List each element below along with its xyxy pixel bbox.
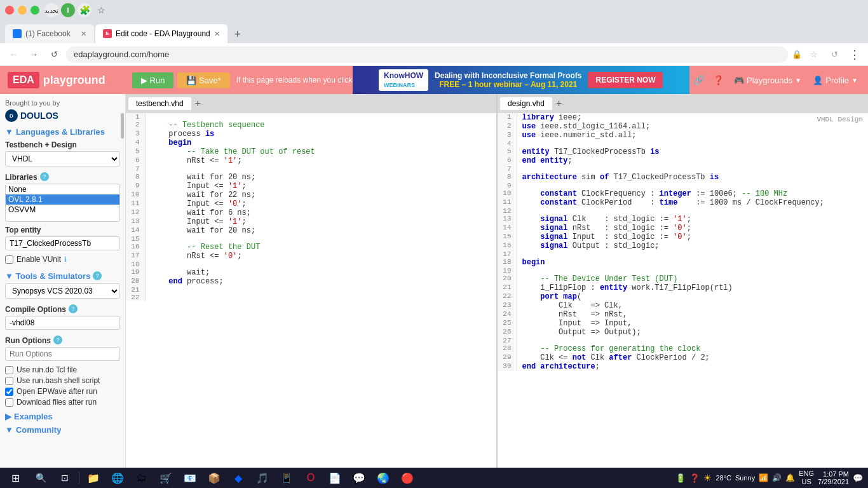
design-code-area[interactable]: VHDL Design 1library ieee;2use ieee.std_… <box>498 113 868 468</box>
vunit-info-icon[interactable]: ℹ <box>64 255 67 264</box>
table-row: 8 wait for 20 ns; <box>126 173 496 182</box>
enable-vunit-label: Enable VUnit <box>17 255 61 264</box>
examples-section[interactable]: ▶ Examples <box>5 412 120 421</box>
windows-icon: ⊞ <box>11 472 20 484</box>
brought-by-text: Brought to you by <box>5 99 120 107</box>
minimize-window-btn[interactable] <box>18 6 27 15</box>
use-tcl-checkbox[interactable] <box>5 366 13 374</box>
code-line: nRst => nRst, <box>517 310 868 319</box>
media-icon: 🎵 <box>256 472 269 484</box>
line-number: 22 <box>498 292 517 301</box>
taskbar-amazon[interactable]: 📦 <box>203 469 226 487</box>
taskbar-chat[interactable]: 💬 <box>348 469 370 487</box>
profile-chevron: ▼ <box>851 77 858 84</box>
taskbar-files[interactable]: 🗂 <box>130 469 153 487</box>
compile-help-icon[interactable]: ? <box>69 304 78 313</box>
compile-options-input[interactable] <box>5 316 120 330</box>
languages-libraries-section[interactable]: ▼ Languages & Libraries <box>5 127 120 137</box>
reload-button[interactable]: ↺ <box>46 46 62 63</box>
taskbar-chrome2[interactable]: 🔴 <box>396 469 419 487</box>
ext-puzzle-btn[interactable]: 🧩 <box>78 3 92 17</box>
taskbar-taskview[interactable]: ⊡ <box>53 469 76 487</box>
top-entity-input[interactable] <box>5 236 120 250</box>
ext-i-btn[interactable]: I <box>61 3 75 17</box>
table-row: 23 Clk => Clk, <box>498 301 868 310</box>
libraries-help-icon[interactable]: ? <box>40 172 49 181</box>
design-tab[interactable]: design.vhd <box>500 97 552 110</box>
add-design-tab[interactable]: + <box>553 98 564 109</box>
code-line <box>517 165 868 173</box>
close-window-btn[interactable] <box>5 6 14 15</box>
ext-arabic-btn[interactable]: تجديد <box>44 3 58 17</box>
help-button[interactable]: ❓ <box>709 72 728 88</box>
knowhow-logo: KnowHOWWEBINARS <box>379 69 428 91</box>
add-testbench-tab[interactable]: + <box>193 98 203 109</box>
line-number: 20 <box>498 274 517 283</box>
table-row: 16 -- Reset the DUT <box>126 243 496 252</box>
profile-label: Profile <box>825 76 849 85</box>
language-select[interactable]: VHDL Verilog SystemVerilog <box>5 151 120 166</box>
table-row: 20 -- The Device Under Test (DUT) <box>498 274 868 283</box>
table-row: 2 -- Testbench sequence <box>126 121 496 130</box>
taskbar-explorer[interactable]: 📁 <box>82 469 105 487</box>
menu-button[interactable]: ⋮ <box>846 46 863 63</box>
design-pane: design.vhd + VHDL Design 1library ieee;2… <box>498 94 868 468</box>
community-section[interactable]: ▼ Community <box>5 425 120 435</box>
address-input[interactable] <box>66 46 788 63</box>
taskbar-docs[interactable]: 📄 <box>323 469 346 487</box>
simulator-select[interactable]: Synopsys VCS 2020.03 ModelSim <box>5 283 120 299</box>
code-line: end architecture; <box>517 362 868 371</box>
bookmark-button[interactable]: ☆ <box>806 46 822 63</box>
playgrounds-button[interactable]: 🎮 Playgrounds ▼ <box>729 73 806 88</box>
start-button[interactable]: ⊞ <box>3 469 28 487</box>
tools-help-icon[interactable]: ? <box>93 271 102 280</box>
libraries-list[interactable]: None OVL 2.8.1 OSVVM <box>5 184 120 222</box>
testbench-code-area[interactable]: 12 -- Testbench sequence3 process is4 be… <box>126 113 496 468</box>
lib-ovl[interactable]: OVL 2.8.1 <box>6 194 119 205</box>
taskbar-opera[interactable]: O <box>299 469 322 487</box>
profile-button[interactable]: 👤 Profile ▼ <box>808 73 863 88</box>
table-row: 22 <box>126 294 496 301</box>
open-epwave-checkbox[interactable] <box>5 388 13 396</box>
run-options-input[interactable] <box>5 347 120 361</box>
open-epwave-row: Open EPWave after run <box>5 387 120 396</box>
code-line <box>517 182 868 189</box>
close-eda-tab[interactable]: ✕ <box>214 30 220 38</box>
lib-osvvm[interactable]: OSVVM <box>6 205 119 215</box>
run-options-help-icon[interactable]: ? <box>53 336 62 344</box>
taskbar-search[interactable]: 🔍 <box>29 469 52 487</box>
code-line: end entity; <box>517 156 868 165</box>
testbench-tab[interactable]: testbench.vhd <box>128 97 191 110</box>
taskbar-mobile[interactable]: 📱 <box>275 469 298 487</box>
tab-facebook[interactable]: (1) Facebook ✕ <box>5 24 94 43</box>
taskbar-edge[interactable]: 🌐 <box>106 469 129 487</box>
use-bash-checkbox[interactable] <box>5 377 13 385</box>
taskbar-mail[interactable]: 📧 <box>179 469 201 487</box>
register-button[interactable]: REGISTER NOW <box>588 72 663 88</box>
refresh-button[interactable]: ↺ <box>826 46 843 63</box>
save-button[interactable]: 💾 Save* <box>177 72 229 88</box>
run-button[interactable]: ▶ Run <box>132 72 173 88</box>
ext-star-btn[interactable]: ☆ <box>94 3 108 17</box>
external-link-button[interactable]: 🔗 <box>689 72 708 88</box>
question-icon: ❓ <box>689 473 700 483</box>
new-tab-button[interactable]: + <box>229 25 247 43</box>
docs-icon: 📄 <box>329 472 341 484</box>
tab-eda-playground[interactable]: E Edit code - EDA Playground ✕ <box>95 24 227 43</box>
taskbar-chrome[interactable]: 🌏 <box>372 469 395 487</box>
taskbar-dropbox[interactable]: ◆ <box>227 469 250 487</box>
back-button[interactable]: ← <box>5 46 22 63</box>
notification-bell[interactable]: 💬 <box>853 473 863 483</box>
taskbar-store[interactable]: 🛒 <box>154 469 177 487</box>
line-number: 4 <box>498 140 517 147</box>
tools-section-title[interactable]: ▼ Tools & Simulators <box>5 271 90 281</box>
sidebar-scrollbar-thumb[interactable] <box>121 113 124 139</box>
taskbar-media[interactable]: 🎵 <box>251 469 274 487</box>
download-files-checkbox[interactable] <box>5 398 13 407</box>
lib-none[interactable]: None <box>6 184 119 194</box>
maximize-window-btn[interactable] <box>31 6 39 15</box>
taskbar-right: 🔋 ❓ ☀ 28°C Sunny 📶 🔊 🔔 ENGUS 1:07 PM 7/2… <box>675 470 865 486</box>
forward-button[interactable]: → <box>25 46 42 63</box>
close-facebook-tab[interactable]: ✕ <box>81 30 86 38</box>
enable-vunit-checkbox[interactable] <box>5 255 13 264</box>
